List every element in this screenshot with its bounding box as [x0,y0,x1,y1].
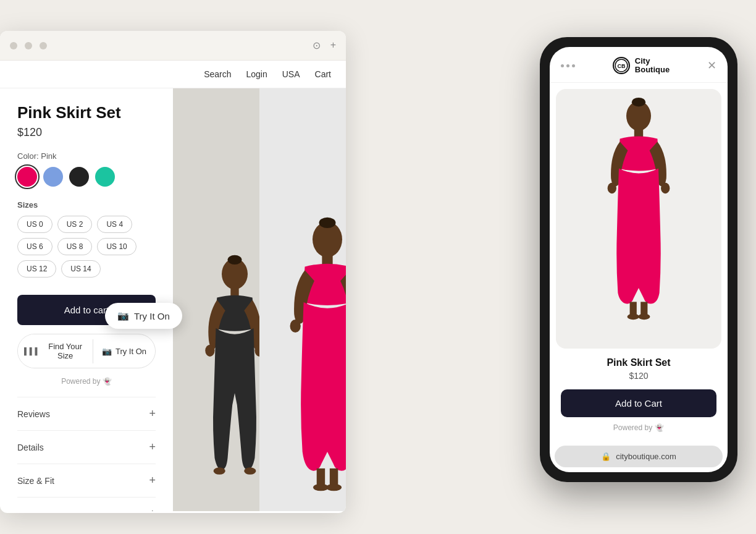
swatch-teal[interactable] [95,167,115,187]
color-label: Color: Pink [17,151,156,161]
browser-content: Pink Skirt Set $120 Color: Pink Sizes US… [0,88,346,511]
powered-by-label: Powered by 👻 [17,377,156,386]
accordion-plus-reviews: + [149,407,156,420]
size-us12[interactable]: US 12 [17,260,56,278]
plus-icon[interactable]: + [330,40,336,51]
size-us8[interactable]: US 8 [57,238,93,255]
svg-point-6 [244,467,256,474]
svg-point-5 [214,467,225,474]
svg-point-1 [228,255,242,265]
svg-rect-13 [330,468,338,486]
svg-rect-23 [630,302,637,315]
size-us10[interactable]: US 10 [97,238,136,255]
phone-product-info: Pink Skirt Set $120 Add to Cart Powered … [550,349,728,441]
browser-btn-yellow[interactable] [25,42,32,49]
svg-point-15 [326,484,342,491]
phone-mockup: CB City Boutique ✕ [540,37,737,482]
phone-dot-3 [572,64,575,67]
nav-region[interactable]: USA [282,69,300,79]
phone-product-name: Pink Skirt Set [561,357,716,368]
download-icon[interactable]: ⊙ [313,40,321,51]
browser-window: ⊙ + Search Login USA Cart Pink Skirt Set… [0,31,346,513]
product-images-panel [173,88,346,511]
swatch-blue[interactable] [43,167,63,187]
product-title: Pink Skirt Set [17,103,156,122]
accordion-reviews[interactable]: Reviews + [17,397,156,430]
svg-point-10 [290,320,301,333]
phone-powered-by: Powered by 👻 [561,423,716,432]
try-on-row: ▌▌▌ Find Your Size 📷 Try It On [17,334,156,368]
browser-nav: Search Login USA Cart [0,61,346,88]
browser-toolbar: ⊙ + [0,31,346,61]
accordion-details[interactable]: Details + [17,430,156,464]
brand-icon: CB [613,57,630,74]
browser-btn-green[interactable] [40,42,47,49]
size-us14[interactable]: US 14 [61,260,100,278]
svg-point-22 [661,182,670,193]
phone-brand: CB City Boutique [613,57,670,75]
svg-point-25 [628,313,639,320]
model-pink-outfit-bg [259,88,346,511]
nav-login[interactable]: Login [246,69,267,79]
brand-text: City Boutique [635,57,670,75]
phone-dot-2 [566,64,569,67]
svg-rect-24 [640,302,647,315]
snapchat-icon-phone: 👻 [655,423,664,432]
phone-url-bar: 🔒 cityboutique.com [555,446,723,467]
phone-model-svg [577,95,700,342]
phone-add-to-cart-button[interactable]: Add to Cart [561,389,716,417]
svg-point-26 [638,313,650,320]
svg-point-19 [632,98,645,106]
phone-dot-1 [561,64,564,67]
size-us6[interactable]: US 6 [17,238,52,255]
accordion-plus-size-fit: + [149,474,156,487]
browser-btn-red[interactable] [10,42,17,49]
brand-logo-svg: CB [615,59,628,72]
sizes-label: Sizes [17,200,156,210]
browser-icons: ⊙ + [313,40,336,51]
model-pink-outfit-svg [266,214,346,511]
svg-point-8 [319,218,336,228]
phone-dots [561,64,575,67]
svg-text:CB: CB [617,63,625,69]
camera-icon: 📷 [102,347,112,356]
swatch-black[interactable] [69,167,89,187]
accordion-care[interactable]: Care + [17,497,156,511]
size-us4[interactable]: US 4 [97,216,132,233]
camera-icon-bubble: 📷 [117,310,129,321]
find-your-size-button[interactable]: ▌▌▌ Find Your Size [18,334,93,368]
lock-icon: 🔒 [601,452,611,461]
accordion-plus-details: + [149,441,156,454]
svg-point-3 [205,345,214,357]
swatch-pink[interactable] [17,167,37,187]
product-price: $120 [17,126,156,139]
size-grid: US 0 US 2 US 4 US 6 US 8 US 10 US 12 US … [17,216,156,278]
phone-close-button[interactable]: ✕ [707,59,716,72]
nav-search[interactable]: Search [204,69,231,79]
snapchat-icon: 👻 [103,377,112,386]
product-info-panel: Pink Skirt Set $120 Color: Pink Sizes US… [0,88,173,511]
phone-product-price: $120 [561,371,716,381]
accordion-plus-care: + [149,507,156,511]
svg-rect-12 [317,468,325,486]
nav-cart[interactable]: Cart [315,69,331,79]
try-it-on-button[interactable]: 📷 Try It On [93,339,155,363]
phone-inner: CB City Boutique ✕ [550,47,728,472]
accordion-size-fit[interactable]: Size & Fit + [17,464,156,497]
bars-icon: ▌▌▌ [24,347,40,355]
phone-header: CB City Boutique ✕ [550,47,728,83]
svg-point-21 [608,182,616,193]
phone-product-image [556,89,721,349]
try-on-floating-bubble[interactable]: 📷 Try It On [105,303,182,329]
size-us0[interactable]: US 0 [17,216,52,233]
color-swatches [17,167,156,187]
size-us2[interactable]: US 2 [57,216,93,233]
